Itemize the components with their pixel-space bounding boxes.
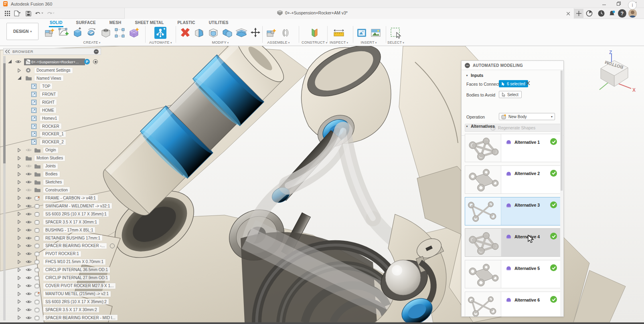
automated-modeling-icon[interactable] xyxy=(154,26,167,39)
create-sketch-icon[interactable] xyxy=(57,26,70,39)
expand-arrow-icon[interactable] xyxy=(18,282,21,289)
browser-item-ss-6003-2rs-10-x-17-x-35mm-2[interactable]: SS 6003 2RS (10 X 17 X 35mm):2 xyxy=(6,298,106,305)
construction-plane-icon[interactable] xyxy=(308,26,321,39)
3d-viewport[interactable]: BROWSER – 0+-+Suspension+Rocker+... P Do… xyxy=(0,46,644,322)
browser-root-row[interactable]: 0+-+Suspension+Rocker+... P xyxy=(6,58,106,66)
browser-item-label[interactable]: FRAME - CARBON -> v48:1 xyxy=(43,195,98,201)
expand-arrow-icon[interactable] xyxy=(18,290,21,297)
measure-icon[interactable] xyxy=(332,26,345,39)
browser-item-retainer-bushing-17mm-1[interactable]: RETAINER BUSHING 17mm:1 xyxy=(6,235,106,241)
visibility-eye-icon[interactable] xyxy=(26,290,32,297)
clear-selection-icon[interactable] xyxy=(526,81,530,86)
select-icon[interactable] xyxy=(389,26,402,39)
insert-image-icon[interactable] xyxy=(369,26,382,39)
browser-item-front[interactable]: FRONT xyxy=(6,91,106,98)
browser-item-origin[interactable]: Origin xyxy=(6,147,106,153)
browser-item-pivot-rocker-1[interactable]: PIVOT ROCKER:1 xyxy=(6,250,106,257)
browser-item-spacer-3-5-x-17-x-30mm-2[interactable]: SPACER 3.5 X 17 X 30mm:2 xyxy=(6,306,106,313)
expand-arrow-icon[interactable] xyxy=(18,258,21,265)
browser-item-spacer-3-5-x-17-x-30mm-1[interactable]: SPACER 3.5 X 17 X 30mm:1 xyxy=(6,219,106,225)
extrude-icon[interactable] xyxy=(71,26,84,39)
redo-icon[interactable] xyxy=(46,9,56,18)
expand-arrow-icon[interactable] xyxy=(18,211,21,217)
browser-item-label[interactable]: SPACER BEARING ROCKER -... xyxy=(43,243,107,249)
collapse-browser-icon[interactable] xyxy=(5,50,10,53)
operation-dropdown[interactable]: New Body ▾ xyxy=(499,113,555,120)
notifications-bell-icon[interactable] xyxy=(608,9,616,18)
browser-item-label[interactable]: Joints xyxy=(43,163,58,169)
browser-item-label[interactable]: ROCKER xyxy=(40,123,61,129)
modify-group-label[interactable]: MODIFY xyxy=(212,40,229,44)
new-component-icon[interactable] xyxy=(43,26,56,39)
delete-icon[interactable] xyxy=(179,26,192,39)
browser-item-label[interactable]: SS 6003 2RS (10 X 17 X 35mm):2 xyxy=(43,299,109,304)
browser-item-label[interactable]: Document Settings xyxy=(34,68,73,73)
create-group-label[interactable]: CREATE xyxy=(83,40,101,44)
visibility-eye-icon[interactable] xyxy=(26,227,32,233)
visibility-eye-icon[interactable] xyxy=(26,242,32,249)
browser-item-label[interactable]: SWINGARM - WELDMENT -> v32:1 xyxy=(43,203,112,209)
joint-icon[interactable] xyxy=(279,26,292,39)
faces-selected-chip[interactable]: 6 selected xyxy=(499,80,528,87)
visibility-eye-icon[interactable] xyxy=(26,179,32,185)
browser-item-label[interactable]: SPACER 3.5 X 17 X 30mm:2 xyxy=(43,307,99,312)
expand-arrow-icon[interactable] xyxy=(18,235,21,241)
expand-arrow-icon[interactable] xyxy=(18,266,21,273)
browser-item-named-views[interactable]: Named Views xyxy=(6,75,106,82)
visibility-eye-icon[interactable] xyxy=(26,258,32,265)
file-menu-icon[interactable] xyxy=(14,9,23,18)
save-icon[interactable] xyxy=(25,9,32,18)
hole-icon[interactable] xyxy=(99,26,112,39)
browser-item-label[interactable]: SPACER 3.5 X 17 X 30mm:1 xyxy=(43,219,99,225)
visibility-eye-icon[interactable] xyxy=(26,250,32,257)
browser-item-label[interactable]: Sketches xyxy=(43,179,64,185)
expand-arrow-icon[interactable] xyxy=(18,250,21,257)
browser-header[interactable]: BROWSER – xyxy=(3,48,101,55)
browser-item-label[interactable]: Construction xyxy=(43,187,70,193)
expand-arrow-icon[interactable] xyxy=(18,314,21,321)
browser-item-circlip-internal-36-5mm-od-1[interactable]: CIRCLIP INTERNAL 36.5mm OD:1 xyxy=(6,266,106,273)
browser-item-ss-6003-2rs-10-x-17-x-35mm-1[interactable]: SS 6003 2RS (10 X 17 X 35mm):1 xyxy=(6,211,106,217)
revolve-icon[interactable] xyxy=(85,26,98,39)
browser-item-label[interactable]: Bodies xyxy=(43,171,60,177)
alternative-card-1[interactable]: Alternative 1 xyxy=(465,134,561,162)
browser-item-fhcs-m10-21-5mm-x-0-70mm-1[interactable]: FHCS M10 21.5mm X 0.70mm:1 xyxy=(6,258,106,265)
browser-item-manitou-metel-215mm-v2-1[interactable]: MANITOU METEL (215mm) -> v2:1 xyxy=(6,290,106,297)
visibility-eye-icon[interactable] xyxy=(26,306,32,313)
browser-item-construction[interactable]: Construction xyxy=(6,187,106,193)
expand-arrow-icon[interactable] xyxy=(18,187,21,193)
browser-item-label[interactable]: Named Views xyxy=(34,75,63,81)
browser-item-rocker-1[interactable]: ROCKER_1 xyxy=(6,131,106,137)
visibility-eye-icon[interactable] xyxy=(26,211,32,217)
undo-icon[interactable] xyxy=(34,9,45,18)
visibility-eye-icon[interactable] xyxy=(26,171,32,177)
automate-group-label[interactable]: AUTOMATE xyxy=(149,40,172,44)
pattern-icon[interactable] xyxy=(113,26,126,39)
browser-item-sketches[interactable]: Sketches xyxy=(6,179,106,185)
browser-item-top[interactable]: TOP xyxy=(6,83,106,90)
expand-arrow-icon[interactable] xyxy=(18,274,21,281)
move-icon[interactable] xyxy=(249,26,262,39)
app-grid-icon[interactable] xyxy=(3,9,11,18)
visibility-eye-icon[interactable] xyxy=(26,266,32,273)
browser-item-circlip-internal-27-9mm-od-1[interactable]: CIRCLIP INTERNAL 27.9mm OD:1 xyxy=(6,274,106,281)
browser-item-cover-pivot-rocker-m27-9-x-1[interactable]: COVER PIVOT ROCKER M27.9 X 1... xyxy=(6,282,106,289)
combine-icon[interactable] xyxy=(221,26,234,39)
browser-item-label[interactable]: HOME xyxy=(40,107,56,113)
browser-item-label[interactable]: BUSHING - 17mm X 85L:1 xyxy=(43,227,95,233)
browser-item-label[interactable]: TOP xyxy=(40,83,52,89)
browser-item-rocker-2[interactable]: ROCKER_2 xyxy=(6,139,106,145)
info-badge[interactable]: i xyxy=(628,1,637,10)
browser-item-label[interactable]: RETAINER BUSHING 17mm:1 xyxy=(43,235,102,241)
extensions-icon[interactable] xyxy=(585,9,593,18)
inspect-group-label[interactable]: INSPECT xyxy=(330,40,348,44)
visibility-eye-icon[interactable] xyxy=(26,314,32,321)
expand-arrow-icon[interactable] xyxy=(18,179,21,185)
shell-icon[interactable] xyxy=(207,26,220,39)
insert-canvas-icon[interactable] xyxy=(355,26,368,39)
browser-item-right[interactable]: RIGHT xyxy=(6,99,106,106)
browser-item-label[interactable]: Motion Studies xyxy=(34,155,65,161)
visibility-eye-icon[interactable] xyxy=(26,235,32,241)
browser-item-label[interactable]: ROCKER_2 xyxy=(40,139,66,145)
browser-item-homev1[interactable]: Homev1 xyxy=(6,115,106,122)
